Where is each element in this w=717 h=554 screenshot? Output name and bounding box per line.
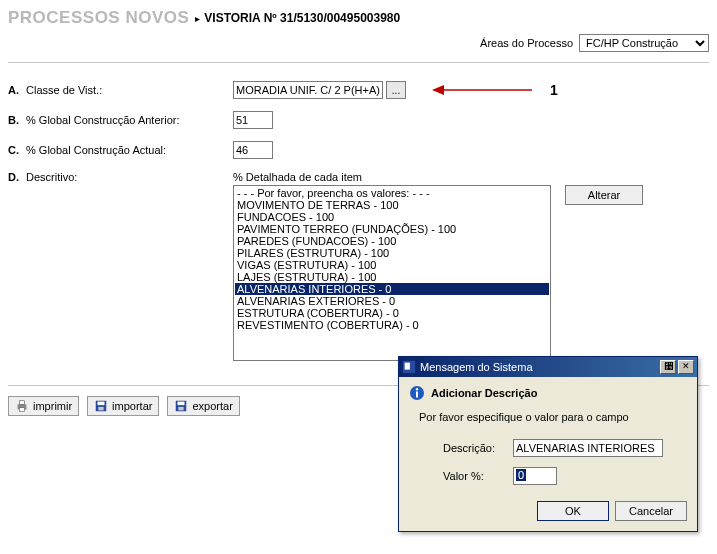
dialog-message: Por favor especifique o valor para o cam… [419,411,687,423]
list-item[interactable]: LAJES (ESTRUTURA) - 100 [235,271,549,283]
label-letter-d: D. [8,171,26,183]
disk-export-icon [174,399,188,413]
list-item[interactable]: ESTRUTURA (COBERTURA) - 0 [235,307,549,319]
svg-point-15 [416,388,418,390]
svg-rect-3 [19,401,24,405]
dialog-titlebar[interactable]: Mensagem do Sistema ␩ ✕ [399,357,697,377]
label-letter-b: B. [8,114,26,126]
label-descritivo: Descritivo: [26,171,77,183]
exportar-button[interactable]: exportar [167,396,239,416]
breadcrumb-root: PROCESSOS NOVOS [8,8,189,28]
label-detalhada: % Detalhada de cada item [233,171,362,183]
descritivo-listbox[interactable]: - - - Por favor, preencha os valores: - … [233,185,551,361]
exportar-label: exportar [192,400,232,412]
list-item[interactable]: REVESTIMENTO (COBERTURA) - 0 [235,319,549,331]
app-icon [402,360,416,374]
areas-processo-select[interactable]: FC/HP Construção [579,34,709,52]
row-global-anterior: B. % Global Construcção Anterior: [8,111,709,129]
svg-rect-4 [19,408,24,412]
svg-rect-12 [405,363,410,370]
svg-rect-6 [98,402,105,406]
info-icon [409,385,425,401]
svg-marker-1 [432,85,444,95]
arrow-left-icon [432,83,532,97]
svg-rect-9 [178,402,185,406]
list-item[interactable]: MOVIMENTO DE TERRAS - 100 [235,199,549,211]
global-actual-input[interactable] [233,141,273,159]
classe-vist-lookup-button[interactable]: ... [386,81,406,99]
list-item[interactable]: PILARES (ESTRUTURA) - 100 [235,247,549,259]
list-item[interactable]: PAREDES (FUNDACOES) - 100 [235,235,549,247]
importar-button[interactable]: importar [87,396,159,416]
chevron-right-icon: ▸ [195,13,200,24]
descritivo-block: - - - Por favor, preencha os valores: - … [8,185,709,361]
dialog-heading: Adicionar Descrição [431,387,537,399]
disk-import-icon [94,399,108,413]
svg-rect-7 [98,407,103,411]
list-item[interactable]: ALVENARIAS EXTERIORES - 0 [235,295,549,307]
list-item[interactable]: FUNDACOES - 100 [235,211,549,223]
imprimir-label: imprimir [33,400,72,412]
label-letter-a: A. [8,84,26,96]
annotation-number: 1 [550,82,558,98]
areas-processo-label: Áreas do Processo [480,37,573,49]
label-global-anterior: % Global Construcção Anterior: [26,114,179,126]
system-message-dialog: Mensagem do Sistema ␩ ✕ Adicionar Descri… [398,356,698,424]
list-item[interactable]: - - - Por favor, preencha os valores: - … [235,187,549,199]
dialog-close-button[interactable]: ✕ [678,360,694,374]
page-title: VISTORIA Nº 31/5130/00495003980 [204,11,400,25]
svg-rect-14 [416,392,418,398]
alterar-button[interactable]: Alterar [565,185,643,205]
dialog-heading-row: Adicionar Descrição [409,385,687,401]
row-classe-vist: A. Classe de Vist.: ... 1 [8,81,709,99]
list-item[interactable]: VIGAS (ESTRUTURA) - 100 [235,259,549,271]
label-classe-vist: Classe de Vist.: [26,84,102,96]
list-item[interactable]: ALVENARIAS INTERIORES - 0 [235,283,549,295]
imprimir-button[interactable]: imprimir [8,396,79,416]
row-global-actual: C. % Global Construção Actual: [8,141,709,159]
annotation-arrow: 1 [432,82,558,98]
svg-rect-10 [179,407,184,411]
importar-label: importar [112,400,152,412]
printer-icon [15,399,29,413]
label-letter-c: C. [8,144,26,156]
areas-processo-row: Áreas do Processo FC/HP Construção [8,34,709,52]
row-descritivo: D. Descritivo: % Detalhada de cada item [8,171,709,183]
dialog-help-button[interactable]: ␩ [660,360,676,374]
label-global-actual: % Global Construção Actual: [26,144,166,156]
global-anterior-input[interactable] [233,111,273,129]
dialog-title: Mensagem do Sistema [420,361,658,373]
classe-vist-input[interactable] [233,81,383,99]
divider [8,62,709,63]
page-header: PROCESSOS NOVOS ▸ VISTORIA Nº 31/5130/00… [8,8,709,28]
list-item[interactable]: PAVIMENTO TERREO (FUNDAÇÕES) - 100 [235,223,549,235]
